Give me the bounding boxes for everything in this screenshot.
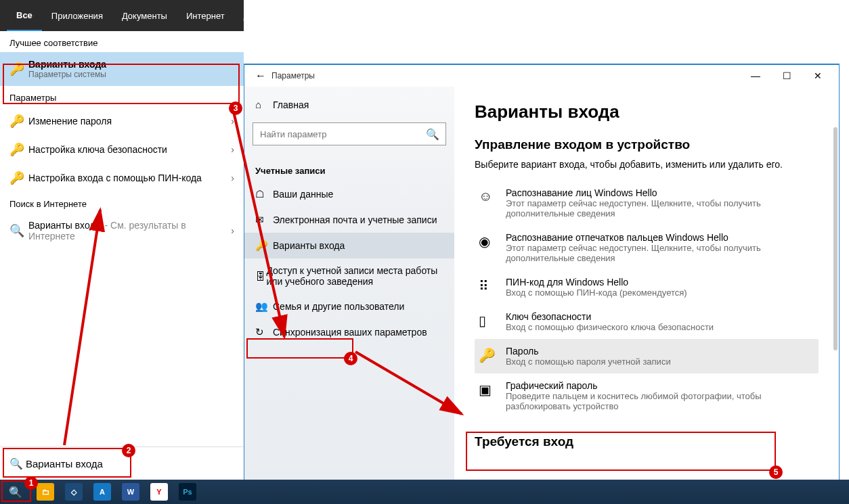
tab-more[interactable]: Другие▾ <box>234 0 288 31</box>
taskbar-app-yandex[interactable]: Y <box>145 480 173 504</box>
param-item-label: Настройка входа с помощью ПИН-кода <box>28 173 231 183</box>
search-input[interactable] <box>26 458 234 469</box>
option-sub: Проведите пальцем и коснитесь любимой фо… <box>506 391 814 411</box>
key-icon: 🔑 <box>9 142 28 157</box>
param-item[interactable]: 🔑 Настройка ключа безопасности › <box>0 135 244 164</box>
settings-window: ← Параметры — ☐ ✕ ⌂Главная 🔍 Учетные зап… <box>244 64 840 503</box>
best-match-title: Варианты входа <box>28 59 234 70</box>
signin-option-password[interactable]: 🔑 ПарольВход с помощью пароля учетной за… <box>475 339 819 373</box>
key-icon: 🔑 <box>479 346 506 367</box>
feedback-icon[interactable]: ☺ <box>288 9 312 22</box>
chevron-down-icon: ▾ <box>275 12 278 20</box>
signin-option-face[interactable]: ☺ Распознавание лиц Windows HelloЭтот па… <box>475 181 819 225</box>
id-icon: ☖ <box>255 188 273 200</box>
maximize-button[interactable]: ☐ <box>771 70 802 81</box>
taskbar-app-word[interactable]: W <box>116 480 145 504</box>
option-sub: Вход с помощью ПИН-кода (рекомендуется) <box>506 288 814 298</box>
chevron-right-icon: › <box>231 144 234 155</box>
scrollbar[interactable] <box>833 127 837 350</box>
keypad-icon: ⠿ <box>479 277 506 298</box>
chevron-right-icon: › <box>231 116 234 127</box>
option-title: Распознавание отпечатков пальцев Windows… <box>506 232 814 243</box>
signin-option-picture-password[interactable]: ▣ Графический парольПроведите пальцем и … <box>475 373 819 418</box>
sidebar-item-family[interactable]: 👥Семья и другие пользователи <box>244 294 454 319</box>
sidebar-category-label: Учетные записи <box>244 156 454 181</box>
taskbar-app-explorer[interactable]: 🗀 <box>31 480 60 504</box>
option-title: Пароль <box>506 346 814 357</box>
search-box[interactable]: 🔍 <box>0 446 244 480</box>
web-result[interactable]: 🔍 Варианты входы - См. результаты в Инте… <box>0 213 244 248</box>
search-icon: 🔍 <box>426 128 439 141</box>
param-item[interactable]: 🔑 Изменение пароля › <box>0 107 244 135</box>
key-icon: 🔑 <box>9 62 28 76</box>
chevron-right-icon: › <box>231 225 234 236</box>
search-icon: 🔍 <box>9 457 26 470</box>
titlebar: ← Параметры — ☐ ✕ <box>244 65 839 87</box>
page-subheading: Управление входом в устройство <box>475 137 819 152</box>
key-icon: 🔑 <box>9 114 28 129</box>
signin-option-fingerprint[interactable]: ◉ Распознавание отпечатков пальцев Windo… <box>475 225 819 270</box>
param-item-label: Изменение пароля <box>28 116 231 127</box>
chevron-right-icon: › <box>231 173 234 183</box>
option-sub: Вход с помощью пароля учетной записи <box>506 357 814 367</box>
picture-icon: ▣ <box>479 380 506 411</box>
sidebar-item-label: Варианты входа <box>273 240 345 251</box>
more-icon[interactable]: ⋯ <box>313 9 337 22</box>
search-icon: 🔍 <box>9 223 28 238</box>
sidebar-item-label: Синхронизация ваших параметров <box>273 327 427 338</box>
params-label: Параметры <box>0 86 244 107</box>
mail-icon: ✉ <box>255 214 273 226</box>
minimize-button[interactable]: — <box>740 70 771 81</box>
usb-icon: ▯ <box>479 311 506 332</box>
sidebar-item-label: Семья и другие пользователи <box>273 301 404 312</box>
sidebar-item-signin-options[interactable]: 🔑Варианты входа <box>244 233 454 258</box>
settings-search-input[interactable] <box>253 122 446 145</box>
page-intro: Выберите вариант входа, чтобы добавить, … <box>475 159 819 170</box>
sidebar-item-work-access[interactable]: 🗄Доступ к учетной записи места работы ил… <box>244 258 454 294</box>
fingerprint-icon: ◉ <box>479 232 506 263</box>
option-sub: Вход с помощью физического ключа безопас… <box>506 322 814 332</box>
taskbar-app-virtualbox[interactable]: ◇ <box>60 480 88 504</box>
tab-docs[interactable]: Документы <box>112 0 177 31</box>
signin-option-security-key[interactable]: ▯ Ключ безопасностиВход с помощью физиче… <box>475 304 819 339</box>
sidebar-item-label: Электронная почта и учетные записи <box>273 214 437 225</box>
option-title: Графический пароль <box>506 380 814 391</box>
web-label: Поиск в Интернете <box>0 192 244 213</box>
sidebar-home-label: Главная <box>273 99 309 110</box>
tab-web[interactable]: Интернет <box>177 0 234 31</box>
settings-content: Варианты входа Управление входом в устро… <box>454 87 839 503</box>
back-button[interactable]: ← <box>250 70 271 82</box>
best-match-sub: Параметры системы <box>28 70 234 79</box>
param-item-label: Настройка ключа безопасности <box>28 144 231 155</box>
best-match-result[interactable]: 🔑 Варианты входа Параметры системы <box>0 52 244 86</box>
taskbar-app-abbyy[interactable]: A <box>88 480 116 504</box>
sidebar-item-label: Ваши данные <box>273 189 333 200</box>
option-sub: Этот параметр сейчас недоступен. Щелкнит… <box>506 198 814 219</box>
option-title: Распознавание лиц Windows Hello <box>506 187 814 198</box>
option-title: Ключ безопасности <box>506 311 814 322</box>
briefcase-icon: 🗄 <box>255 271 266 282</box>
face-icon: ☺ <box>479 187 506 219</box>
param-item[interactable]: 🔑 Настройка входа с помощью ПИН-кода › <box>0 164 244 192</box>
sidebar-home[interactable]: ⌂Главная <box>244 92 454 117</box>
search-panel: Все Приложения Документы Интернет Другие… <box>0 0 244 480</box>
tab-all[interactable]: Все <box>7 0 42 31</box>
option-sub: Этот параметр сейчас недоступен. Щелкнит… <box>506 243 814 263</box>
footer-heading: Требуется вход <box>475 434 819 449</box>
settings-sidebar: ⌂Главная 🔍 Учетные записи ☖Ваши данные ✉… <box>244 87 454 503</box>
taskbar: 🔍 🗀 ◇ A W Y Ps <box>0 480 849 504</box>
taskbar-search-icon[interactable]: 🔍 <box>0 480 31 504</box>
sidebar-item-your-info[interactable]: ☖Ваши данные <box>244 181 454 207</box>
page-heading: Варианты входа <box>475 101 819 122</box>
sidebar-item-sync[interactable]: ↻Синхронизация ваших параметров <box>244 319 454 345</box>
close-button[interactable]: ✕ <box>802 70 833 81</box>
people-icon: 👥 <box>255 300 273 313</box>
tab-apps[interactable]: Приложения <box>42 0 112 31</box>
sidebar-item-email[interactable]: ✉Электронная почта и учетные записи <box>244 207 454 233</box>
sidebar-item-label: Доступ к учетной записи места работы или… <box>266 265 443 287</box>
key-icon: 🔑 <box>255 239 273 252</box>
web-result-label: Варианты входы - См. результаты в Интерн… <box>28 220 231 242</box>
taskbar-app-photoshop[interactable]: Ps <box>173 480 202 504</box>
signin-option-pin[interactable]: ⠿ ПИН-код для Windows HelloВход с помощь… <box>475 270 819 304</box>
option-title: ПИН-код для Windows Hello <box>506 277 814 288</box>
